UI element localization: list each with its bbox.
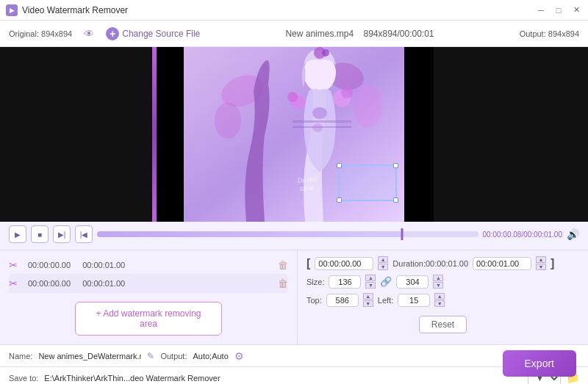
left-label: Left: bbox=[378, 296, 393, 305]
change-source-button[interactable]: + Change Source File bbox=[106, 27, 200, 40]
clip-icon-1: ✂ bbox=[9, 259, 22, 271]
svg-point-7 bbox=[322, 49, 329, 57]
close-button[interactable]: ✕ bbox=[570, 4, 582, 16]
clip-row-highlighted: ✂ 00:00:00.00 00:00:01.00 🗑 bbox=[9, 275, 288, 293]
name-label: Name: bbox=[9, 352, 32, 361]
left-input[interactable] bbox=[398, 294, 430, 307]
filename-input[interactable] bbox=[38, 352, 141, 361]
right-panel: [ ▲ ▼ Duration:00:00:01.00 ▲ ▼ ] Size: ▲… bbox=[298, 250, 588, 344]
preview-area: Do not steal bbox=[0, 47, 588, 222]
timeline-bar[interactable] bbox=[97, 231, 478, 237]
duration-end-up[interactable]: ▲ bbox=[536, 256, 546, 263]
watermark-selection-box[interactable] bbox=[338, 164, 397, 201]
top-label: Top: bbox=[306, 296, 322, 305]
svg-rect-17 bbox=[293, 126, 351, 128]
resize-handle-tl[interactable] bbox=[337, 163, 342, 168]
time-start-down[interactable]: ▼ bbox=[378, 264, 388, 270]
size-height-down[interactable]: ▼ bbox=[433, 282, 443, 289]
resize-handle-tr[interactable] bbox=[393, 163, 398, 168]
top-down[interactable]: ▼ bbox=[363, 300, 373, 307]
time-display: 00:00:00.08/00:00:01.00 bbox=[483, 231, 562, 239]
playback-controls: ▶ ■ ▶| |◀ 00:00:00.08/00:00:01.00 🔊 bbox=[9, 225, 579, 243]
playback-area: ▶ ■ ▶| |◀ 00:00:00.08/00:00:01.00 🔊 bbox=[0, 222, 588, 250]
clip-start-1: 00:00:00.00 bbox=[28, 261, 71, 269]
clip-end-2: 00:00:01.00 bbox=[82, 279, 125, 288]
svg-rect-16 bbox=[293, 120, 351, 123]
size-width-up[interactable]: ▲ bbox=[365, 275, 376, 281]
save-bar: Save to: ▼ 📁 bbox=[0, 366, 588, 384]
bottom-section: Name: ✎ Output: Auto;Auto ⚙ Save to: ▼ 📁… bbox=[0, 344, 588, 384]
resize-handle-bl[interactable] bbox=[337, 198, 342, 203]
bracket-close: ] bbox=[551, 257, 554, 270]
top-input[interactable] bbox=[326, 294, 359, 307]
clip-times-1: 00:00:00.00 00:00:01.00 bbox=[28, 261, 272, 269]
left-down[interactable]: ▼ bbox=[434, 300, 445, 307]
size-height-input[interactable] bbox=[396, 275, 429, 289]
output-label: Output: bbox=[160, 352, 187, 361]
left-spinner: ▲ ▼ bbox=[434, 293, 445, 307]
duration-end-spinner: ▲ ▼ bbox=[536, 256, 546, 270]
link-icon[interactable]: 🔗 bbox=[380, 276, 392, 287]
save-label: Save to: bbox=[9, 374, 38, 383]
svg-point-4 bbox=[215, 102, 241, 139]
size-height-up[interactable]: ▲ bbox=[433, 275, 443, 281]
top-spinner: ▲ ▼ bbox=[363, 293, 373, 307]
minimize-button[interactable]: ─ bbox=[535, 4, 547, 16]
size-width-input[interactable] bbox=[329, 275, 361, 289]
file-info: New animes.mp4 894x894/00:00:01 bbox=[212, 29, 507, 39]
main-split: ✂ 00:00:00.00 00:00:01.00 🗑 ✂ 00:00:00.0… bbox=[0, 250, 588, 344]
timeline-fill bbox=[97, 231, 402, 237]
name-bar: Name: ✎ Output: Auto;Auto ⚙ bbox=[0, 344, 588, 366]
time-start-spinner: ▲ ▼ bbox=[378, 256, 388, 270]
side-bar bbox=[152, 47, 157, 222]
play-button[interactable]: ▶ bbox=[9, 225, 26, 243]
top-toolbar: Original: 894x894 👁 + Change Source File… bbox=[0, 21, 588, 47]
add-watermark-area-button[interactable]: + Add watermark removing area bbox=[75, 302, 222, 336]
size-height-spinner: ▲ ▼ bbox=[433, 275, 443, 289]
edit-icon[interactable]: ✎ bbox=[147, 351, 154, 361]
stop-button[interactable]: ■ bbox=[31, 225, 49, 243]
step-back-button[interactable]: |◀ bbox=[75, 225, 93, 243]
app-icon: ▶ bbox=[6, 4, 18, 16]
delete-clip-2-button[interactable]: 🗑 bbox=[278, 278, 288, 289]
svg-point-8 bbox=[312, 107, 327, 119]
clip-end-1: 00:00:01.00 bbox=[82, 261, 125, 269]
export-button[interactable]: Export bbox=[503, 350, 576, 377]
clip-row: ✂ 00:00:00.00 00:00:01.00 🗑 bbox=[9, 256, 288, 275]
maximize-button[interactable]: □ bbox=[553, 4, 564, 16]
eye-icon[interactable]: 👁 bbox=[84, 28, 94, 40]
plus-icon: + bbox=[106, 27, 119, 40]
clip-times-2: 00:00:00.00 00:00:01.00 bbox=[28, 279, 272, 288]
duration-end-input[interactable] bbox=[473, 257, 531, 270]
app-title: Video Watermark Remover bbox=[22, 5, 535, 15]
svg-text:steal: steal bbox=[299, 184, 315, 192]
original-size: Original: 894x894 bbox=[9, 29, 72, 38]
time-start-up[interactable]: ▲ bbox=[378, 256, 388, 263]
gear-icon[interactable]: ⚙ bbox=[234, 350, 244, 362]
duration-end-down[interactable]: ▼ bbox=[536, 264, 546, 270]
bracket-open: [ bbox=[306, 257, 310, 270]
top-left-row: Top: ▲ ▼ Left: ▲ ▼ bbox=[306, 293, 579, 307]
step-forward-button[interactable]: ▶| bbox=[53, 225, 71, 243]
duration-label: Duration:00:00:01.00 bbox=[392, 259, 468, 268]
left-panel: ✂ 00:00:00.00 00:00:01.00 🗑 ✂ 00:00:00.0… bbox=[0, 250, 298, 344]
size-width-down[interactable]: ▼ bbox=[365, 282, 376, 289]
time-start-input[interactable] bbox=[315, 257, 373, 270]
output-size: Output: 894x894 bbox=[520, 29, 579, 38]
top-up[interactable]: ▲ bbox=[363, 293, 373, 300]
svg-point-3 bbox=[353, 84, 382, 128]
time-row: [ ▲ ▼ Duration:00:00:01.00 ▲ ▼ ] bbox=[306, 256, 579, 270]
delete-clip-1-button[interactable]: 🗑 bbox=[278, 259, 288, 271]
svg-point-11 bbox=[287, 92, 298, 102]
clip-icon-2: ✂ bbox=[9, 278, 22, 289]
volume-icon[interactable]: 🔊 bbox=[567, 228, 579, 240]
svg-point-13 bbox=[341, 87, 353, 98]
size-label: Size: bbox=[306, 278, 324, 286]
size-width-spinner: ▲ ▼ bbox=[365, 275, 376, 289]
anime-preview: Do not steal bbox=[184, 47, 404, 222]
size-row: Size: ▲ ▼ 🔗 ▲ ▼ bbox=[306, 275, 579, 289]
save-path-input[interactable] bbox=[44, 374, 522, 383]
left-up[interactable]: ▲ bbox=[434, 293, 445, 300]
reset-button[interactable]: Reset bbox=[419, 316, 467, 333]
resize-handle-br[interactable] bbox=[393, 198, 398, 203]
